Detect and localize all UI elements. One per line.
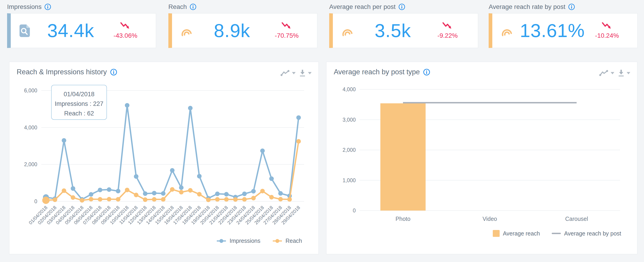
kpi-value: 34.4k [38,20,103,41]
reach-point[interactable] [296,139,301,144]
impressions-point[interactable] [143,191,148,196]
reach-point[interactable] [42,197,50,204]
reach-point[interactable] [62,188,66,193]
reach-point[interactable] [197,192,202,196]
chart-type-button[interactable] [599,70,614,76]
info-icon[interactable] [44,4,51,10]
bar-photo[interactable] [380,103,426,210]
impressions-point[interactable] [215,192,220,196]
impressions-point[interactable] [224,192,229,196]
kpi-title-row: Reach [168,2,317,12]
kpi-value: 8.9k [200,20,264,41]
download-icon [618,69,625,77]
y-axis-label: 6,000 [24,88,37,94]
legend-item-average-reach-by-post[interactable]: Average reach by post [552,230,621,237]
kpi-icon-box [492,25,520,36]
bytype-chart-legend: Average reachAverage reach by post [493,230,621,237]
kpi-reach: Reach 8.9k -70.75% [168,2,317,48]
reach-point[interactable] [53,197,57,202]
impressions-point[interactable] [98,188,102,192]
reach-point[interactable] [125,188,130,192]
reach-point[interactable] [215,197,220,202]
impressions-point[interactable] [269,176,274,181]
impressions-point[interactable] [170,168,174,173]
y-axis-label: 3,000 [342,117,356,123]
reach-point[interactable] [107,197,112,201]
impressions-point[interactable] [161,191,166,196]
impressions-point[interactable] [242,192,247,196]
legend-item-average-reach[interactable]: Average reach [493,230,540,237]
impressions-point[interactable] [125,103,130,108]
reach-point[interactable] [170,187,174,192]
info-icon[interactable] [110,69,117,76]
chart-type-button[interactable] [280,70,296,76]
average-reach-chart[interactable]: 01,0002,0003,0004,000PhotoVideoCarousel [326,83,638,233]
reach-point[interactable] [288,197,292,202]
legend-label: Impressions [230,237,260,244]
impressions-point[interactable] [62,138,66,143]
panel-reach-impressions-history: Reach & Impressions history [9,62,319,254]
panel-title: Reach & Impressions history [17,68,107,76]
rainbow-reach-icon [178,24,193,37]
reach-point[interactable] [80,198,84,202]
legend-line-marker [552,233,561,234]
kpi-delta: -70.75% [275,32,298,39]
info-icon[interactable] [190,4,196,10]
reach-point[interactable] [89,197,94,201]
reach-point[interactable] [242,197,247,202]
impressions-point[interactable] [296,115,301,120]
impressions-point[interactable] [278,191,283,196]
kpi-average-reach-per-post: Average reach per post 3.5k -9.22% [329,2,478,48]
reach-point[interactable] [98,197,102,202]
reach-point[interactable] [134,193,138,197]
kpi-card: 3.5k -9.22% [329,13,478,48]
reach-point[interactable] [188,188,192,193]
panel-header: Average reach by post type [334,68,630,77]
export-download-button[interactable] [299,69,312,77]
kpi-card: 8.9k -70.75% [168,13,317,48]
impressions-point[interactable] [179,185,184,190]
reach-point[interactable] [224,197,229,202]
impressions-point[interactable] [260,149,265,153]
info-icon[interactable] [568,4,575,10]
kpi-title-row: Impressions [7,2,156,12]
impressions-point[interactable] [71,186,76,191]
kpi-card: 13.61% -10.24% [489,13,638,48]
category-label: Carousel [565,216,588,222]
reach-point[interactable] [251,196,256,200]
reach-point[interactable] [143,197,148,202]
reach-point[interactable] [71,195,76,200]
impressions-point[interactable] [134,174,138,179]
reach-point[interactable] [278,197,283,201]
line-chart-icon [280,70,290,76]
impressions-point[interactable] [197,174,202,179]
legend-item-reach[interactable]: Reach [272,237,302,244]
reach-point[interactable] [116,197,120,202]
impressions-point[interactable] [152,191,156,195]
reach-point[interactable] [179,190,184,194]
panel-title: Average reach by post type [334,68,420,76]
impressions-point[interactable] [116,189,120,193]
reach-point[interactable] [152,197,156,202]
reach-point[interactable] [233,197,238,202]
tooltip-impressions: Impressions : 227 [52,99,106,109]
impressions-point[interactable] [251,189,256,194]
impressions-point[interactable] [107,187,112,192]
reach-point[interactable] [161,197,166,202]
y-axis-label: 4,000 [342,86,356,92]
info-icon[interactable] [423,69,430,76]
kpi-label: Reach [168,3,187,11]
reach-point[interactable] [269,195,274,199]
chevron-down-icon [292,72,296,74]
export-download-button[interactable] [618,69,630,77]
average-reach-bars [380,103,426,210]
y-axis-label: 4,000 [24,125,37,131]
legend-item-impressions[interactable]: Impressions [216,237,260,244]
impressions-point[interactable] [89,192,94,197]
info-icon[interactable] [398,4,405,10]
chevron-down-icon [627,72,630,74]
reach-point[interactable] [260,189,265,193]
reach-point[interactable] [206,197,211,202]
impressions-point[interactable] [188,106,192,110]
y-axis-label: 0 [353,208,356,213]
